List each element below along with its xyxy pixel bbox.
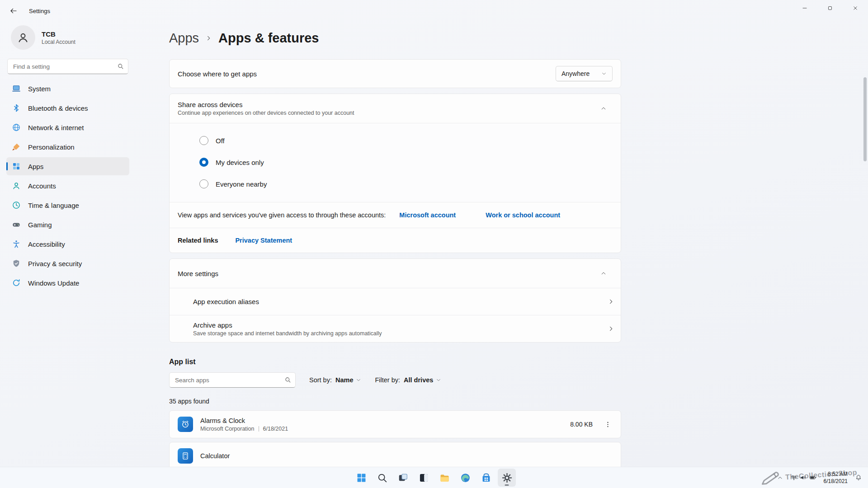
separator — [259, 426, 259, 432]
app-install-date: 6/18/2021 — [263, 426, 288, 432]
task-view-button[interactable] — [394, 469, 412, 487]
maximize-icon — [827, 5, 833, 11]
file-explorer-icon — [439, 472, 450, 483]
wifi-icon — [790, 474, 797, 481]
share-collapse-button[interactable] — [594, 101, 613, 116]
more-settings-title: More settings — [178, 270, 218, 277]
sidebar-item-time-language[interactable]: Time & language — [6, 196, 129, 214]
sidebar-item-gaming[interactable]: Gaming — [6, 216, 129, 234]
sidebar-item-accessibility[interactable]: Accessibility — [6, 235, 129, 253]
more-settings-header[interactable]: More settings — [170, 259, 621, 288]
scrollbar-thumb[interactable] — [863, 77, 867, 161]
minimize-button[interactable] — [792, 0, 817, 16]
minimize-icon — [802, 5, 807, 11]
sidebar-item-accounts[interactable]: Accounts — [6, 177, 129, 195]
avatar — [11, 25, 35, 50]
edge-button[interactable] — [456, 469, 474, 487]
chevron-right-icon — [608, 325, 614, 332]
more-settings-collapse-button[interactable] — [594, 266, 613, 281]
share-option-off[interactable]: Off — [199, 136, 613, 145]
back-button[interactable] — [4, 3, 24, 19]
sidebar-item-network-internet[interactable]: Network & internet — [6, 118, 129, 136]
sidebar-item-system[interactable]: System — [6, 80, 129, 98]
apps-search-input[interactable] — [169, 372, 296, 388]
settings-taskbar-button[interactable] — [498, 469, 516, 487]
volume-icon — [800, 474, 807, 481]
window-title: Settings — [29, 8, 50, 14]
sort-by-control[interactable]: Sort by: Name — [309, 376, 361, 384]
user-name: TCB — [42, 30, 75, 38]
taskbar-center — [352, 469, 516, 487]
app-list-heading: App list — [169, 358, 868, 366]
app-name: Alarms & Clock — [200, 417, 288, 424]
share-option-everyone-nearby[interactable]: Everyone nearby — [199, 179, 613, 188]
user-account-card[interactable]: TCB Local Account — [6, 22, 129, 59]
sidebar-item-label: Time & language — [28, 202, 79, 209]
filter-by-control[interactable]: Filter by: All drives — [375, 376, 441, 384]
share-header-text: Share across devices Continue app experi… — [178, 101, 354, 116]
sidebar-item-apps[interactable]: Apps — [6, 157, 129, 175]
radio-icon — [199, 158, 208, 167]
share-option-my-devices-only[interactable]: My devices only — [199, 158, 613, 167]
microsoft-account-link[interactable]: Microsoft account — [399, 211, 456, 219]
main-content: Apps Apps & features Choose where to get… — [136, 22, 868, 488]
widgets-button[interactable] — [415, 469, 433, 487]
clock: 8:52 AM 6/18/2021 — [824, 470, 848, 485]
file-explorer-button[interactable] — [435, 469, 453, 487]
sidebar-item-windows-update[interactable]: Windows Update — [6, 274, 129, 292]
settings-search — [7, 59, 128, 74]
sidebar-item-label: Network & internet — [28, 124, 84, 131]
chevron-down-icon — [356, 377, 361, 383]
sort-by-value: Name — [335, 376, 362, 384]
sidebar-item-privacy-security[interactable]: Privacy & security — [6, 254, 129, 272]
privacy-security-icon — [12, 259, 21, 268]
microsoft-store-button[interactable] — [477, 469, 495, 487]
share-expander-header[interactable]: Share across devices Continue app experi… — [170, 94, 621, 123]
sidebar: TCB Local Account System Bluetooth & dev… — [0, 22, 136, 488]
edge-icon — [460, 472, 471, 483]
radio-icon — [199, 179, 208, 188]
search-icon — [284, 376, 291, 383]
system-icon — [12, 84, 21, 93]
related-links-row: Related links Privacy Statement — [170, 228, 621, 253]
accessibility-icon — [12, 239, 21, 249]
sidebar-item-label: Windows Update — [28, 279, 79, 287]
sidebar-item-label: System — [28, 85, 51, 93]
sidebar-item-label: Accessibility — [28, 240, 65, 248]
privacy-statement-link[interactable]: Privacy Statement — [235, 237, 292, 244]
clock-tray-button[interactable]: 8:52 AM 6/18/2021 — [821, 469, 851, 486]
calculator-app-icon — [178, 448, 193, 464]
app-text: Calculator — [200, 452, 230, 460]
breadcrumb-apps[interactable]: Apps — [169, 31, 199, 46]
apps-search — [169, 372, 296, 388]
apps-icon — [12, 162, 21, 171]
start-button[interactable] — [352, 469, 370, 487]
notification-button[interactable] — [852, 469, 865, 486]
search-icon — [117, 63, 124, 70]
tray-overflow-button[interactable] — [774, 469, 786, 486]
task-view-icon — [397, 472, 409, 483]
maximize-button[interactable] — [817, 0, 843, 16]
sidebar-item-bluetooth-devices[interactable]: Bluetooth & devices — [6, 99, 129, 117]
chevron-down-icon — [436, 377, 441, 383]
sidebar-item-personalization[interactable]: Personalization — [6, 138, 129, 156]
tray-status-button[interactable] — [787, 469, 820, 486]
work-school-account-link[interactable]: Work or school account — [486, 211, 560, 219]
close-button[interactable] — [843, 0, 868, 16]
get-apps-dropdown[interactable]: Anywhere — [556, 66, 613, 81]
chevron-down-icon — [601, 71, 607, 76]
caption-controls — [792, 0, 868, 16]
app-execution-aliases-row[interactable]: App execution aliases — [170, 288, 621, 315]
row-title: App execution aliases — [193, 298, 259, 305]
archive-apps-row[interactable]: Archive apps Save storage space and inte… — [170, 315, 621, 342]
selection-indicator — [6, 162, 8, 170]
settings-search-input[interactable] — [7, 59, 128, 74]
taskbar-search-button[interactable] — [373, 469, 391, 487]
share-radio-group: Off My devices only Everyone nearby — [170, 123, 621, 202]
app-options-button[interactable] — [599, 416, 616, 433]
app-list-controls: Sort by: Name Filter by: All drives — [169, 372, 868, 388]
app-shell: TCB Local Account System Bluetooth & dev… — [0, 22, 868, 488]
radio-label: Everyone nearby — [216, 180, 267, 188]
sidebar-item-label: Apps — [28, 163, 43, 170]
scrollbar[interactable] — [863, 24, 867, 463]
